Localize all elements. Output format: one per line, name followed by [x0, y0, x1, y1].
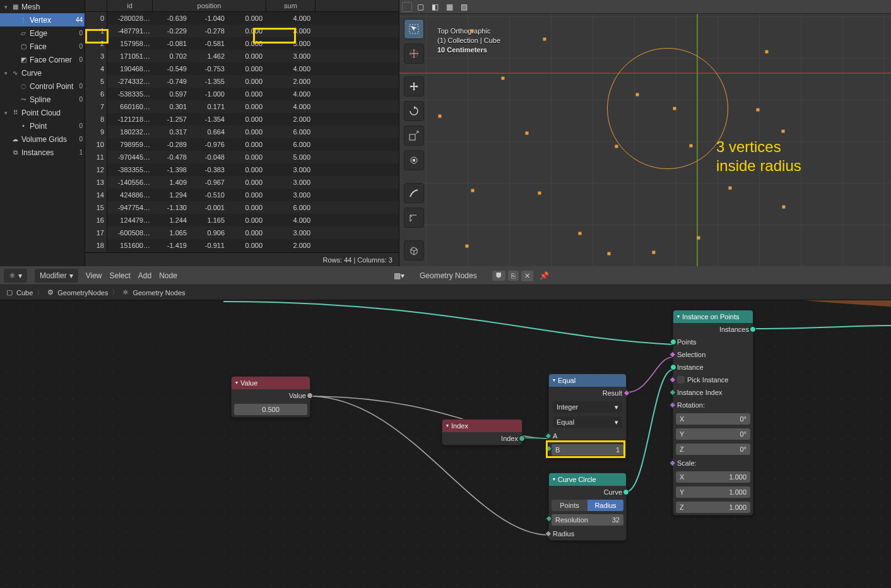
table-row[interactable]: 1-487791…-0.229-0.2780.0003.000	[85, 25, 399, 37]
rot-z[interactable]: Z0°	[676, 444, 750, 455]
equal-type-dropdown[interactable]: Integer▾	[553, 401, 622, 413]
crumb-nodetree[interactable]: Geometry Nodes	[133, 289, 185, 297]
select-tool-icon[interactable]	[402, 2, 412, 12]
browse-nodetree-icon[interactable]: ▦▾	[394, 271, 404, 280]
tool-scale[interactable]	[404, 126, 424, 146]
scale-z[interactable]: Z1.000	[676, 502, 750, 513]
table-row[interactable]: 16124479…1.2441.1650.0004.000	[85, 214, 399, 226]
table-row[interactable]: 8-121218…-1.257-1.3540.0002.000	[85, 113, 399, 126]
tree-control-point[interactable]: ◌Control Point0	[0, 79, 85, 93]
pointcloud-icon: ⠿	[11, 109, 20, 117]
table-row[interactable]: 2157958…-0.081-0.5810.0005.000	[85, 37, 399, 50]
value-field[interactable]: 0.500	[234, 404, 307, 415]
hdr-icon[interactable]: ◧	[428, 1, 441, 13]
col-sum[interactable]: sum	[266, 0, 316, 11]
table-row[interactable]: 0-280028…-0.639-1.0400.0004.000	[85, 12, 399, 25]
tree-point-cloud[interactable]: ▾⠿Point Cloud	[0, 106, 85, 119]
table-row[interactable]: 17-600508…1.0650.9060.0003.000	[85, 226, 399, 239]
hdr-icon[interactable]: ▢	[414, 1, 427, 13]
editor-type-dropdown[interactable]: ⚛▾	[4, 269, 27, 283]
tool-annotate[interactable]	[404, 183, 424, 203]
scale-x[interactable]: X1.000	[676, 471, 750, 483]
pick-instance-checkbox[interactable]	[677, 376, 685, 384]
tool-move[interactable]	[404, 76, 424, 97]
tool-rotate[interactable]	[404, 101, 424, 121]
modifier-dropdown[interactable]: Modifier ▾	[35, 269, 78, 283]
rot-x[interactable]: X0°	[676, 413, 750, 425]
unlink-icon[interactable]: ✕	[521, 271, 533, 281]
table-row[interactable]: 12-383355…-1.398-0.3830.0003.000	[85, 163, 399, 176]
table-row[interactable]: 14424886…1.294-0.5100.0003.000	[85, 189, 399, 201]
tree-vertex[interactable]: ⋮Vertex44	[0, 13, 85, 26]
tree-curve[interactable]: ▾∿Curve	[0, 66, 85, 79]
node-instance-on-points[interactable]: ▾Instance on Points Instances Points Sel…	[673, 310, 753, 515]
node-breadcrumb: ▢Cube 〉 ⚙GeometryNodes 〉 ⚛Geometry Nodes	[0, 285, 891, 300]
menu-add[interactable]: Add	[138, 271, 151, 280]
annotation-text: 3 vertices inside radius	[716, 138, 801, 175]
tree-instances[interactable]: ▾⧉Instances1	[0, 146, 85, 159]
node-equal[interactable]: ▾Equal Result Integer▾ Equal▾ A B1	[548, 373, 627, 458]
vertex-point	[608, 252, 611, 256]
svg-rect-4	[410, 134, 415, 140]
node-curve-circle[interactable]: ▾Curve Circle Curve PointsRadius Resolut…	[548, 473, 627, 541]
circle-indicator	[607, 48, 728, 169]
tool-add-cube[interactable]: +	[404, 240, 424, 261]
node-canvas[interactable]: ▾Value Value 0.500 ▾Index Index ▾Equal R…	[0, 300, 891, 588]
tree-point[interactable]: •Point0	[0, 119, 85, 132]
menu-view[interactable]: View	[86, 271, 102, 280]
crumb-modifier[interactable]: GeometryNodes	[57, 289, 108, 297]
modifier-icon: ⚙	[47, 288, 54, 297]
spreadsheet-body[interactable]: 0-280028…-0.639-1.0400.0004.0001-487791……	[85, 12, 399, 252]
tree-volume[interactable]: ▾☁Volume Grids0	[0, 132, 85, 146]
tree-face[interactable]: ▢Face0	[0, 40, 85, 53]
node-value[interactable]: ▾Value Value 0.500	[231, 376, 310, 418]
menu-node[interactable]: Node	[159, 271, 177, 280]
rot-y[interactable]: Y0°	[676, 428, 750, 440]
point-icon: •	[19, 122, 28, 131]
node-tree-selector[interactable]: ▦▾ Geometry Nodes ⛊ ⎘ ✕ 📌	[391, 268, 552, 284]
crumb-object[interactable]: Cube	[16, 289, 33, 297]
vertex-point	[690, 144, 693, 148]
table-row[interactable]: 7660160…0.3010.1710.0004.000	[85, 100, 399, 113]
table-row[interactable]: 3171051…0.7021.4620.0003.000	[85, 50, 399, 62]
table-row[interactable]: 10798959…-0.289-0.9760.0006.000	[85, 138, 399, 151]
table-row[interactable]: 11-970445…-0.478-0.0480.0005.000	[85, 151, 399, 163]
tree-mesh[interactable]: ▾▦Mesh	[0, 0, 85, 13]
table-row[interactable]: 18151600…-1.419-0.9110.0002.000	[85, 239, 399, 252]
node-editor[interactable]: ⚛▾ Modifier ▾ View Select Add Node ▦▾ Ge…	[0, 266, 891, 588]
tool-measure[interactable]	[404, 208, 424, 228]
table-row[interactable]: 5-274332…-0.749-1.3550.0002.000	[85, 75, 399, 88]
vertex-point	[502, 77, 505, 80]
col-id[interactable]: id	[107, 0, 153, 11]
scale-y[interactable]: Y1.000	[676, 486, 750, 498]
table-row[interactable]: 13-140556…1.409-0.9670.0003.000	[85, 176, 399, 189]
table-row[interactable]: 15-947754…-1.130-0.0010.0006.000	[85, 201, 399, 214]
tool-cursor[interactable]	[404, 44, 424, 64]
viewport[interactable]: ▢ ◧ ▦ ▨ + Top Orthographic (1) Collectio…	[399, 0, 891, 266]
hdr-icon[interactable]: ▨	[457, 1, 470, 13]
volume-icon: ☁	[11, 135, 20, 144]
tree-spline[interactable]: ⤳Spline0	[0, 93, 85, 106]
tree-face-corner[interactable]: ◩Face Corner0	[0, 53, 85, 66]
equal-mode-dropdown[interactable]: Equal▾	[553, 416, 622, 428]
pin-icon[interactable]: 📌	[540, 271, 549, 280]
shield-icon[interactable]: ⛊	[492, 271, 505, 281]
node-editor-header: ⚛▾ Modifier ▾ View Select Add Node ▦▾ Ge…	[0, 266, 891, 285]
table-row[interactable]: 6-538335…0.597-1.0000.0004.000	[85, 88, 399, 100]
vertex-point	[579, 232, 582, 235]
tool-select-box[interactable]	[404, 19, 424, 39]
node-index[interactable]: ▾Index Index	[442, 419, 522, 445]
menu-select[interactable]: Select	[109, 271, 130, 280]
resolution-field[interactable]: Resolution32	[552, 514, 623, 526]
equal-b-field[interactable]: B1	[552, 444, 623, 456]
col-position[interactable]: position	[153, 0, 266, 11]
table-row[interactable]: 4190468…-0.549-0.7530.0004.000	[85, 62, 399, 75]
vertex-point	[543, 38, 546, 41]
tree-edge[interactable]: ▱Edge0	[0, 26, 85, 40]
socket-result: Result	[603, 389, 622, 397]
mode-toggle[interactable]: PointsRadius	[552, 500, 623, 511]
hdr-icon[interactable]: ▦	[443, 1, 456, 13]
copy-icon[interactable]: ⎘	[508, 271, 519, 281]
tool-transform[interactable]	[404, 150, 424, 170]
table-row[interactable]: 9180232…0.3170.6640.0006.000	[85, 126, 399, 138]
